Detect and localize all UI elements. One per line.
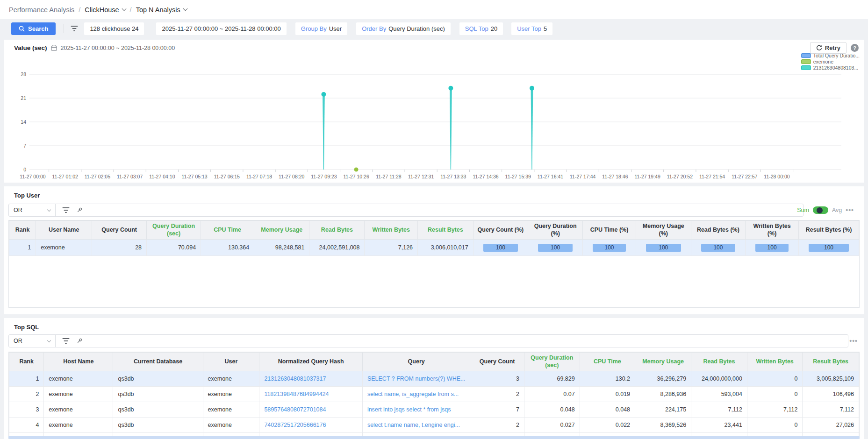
retry-button[interactable]: Retry [810,42,846,54]
top-sql-filter-toolbar: OR [8,334,848,347]
group-by-pill[interactable]: Group By User [295,22,347,35]
query-link[interactable]: select name, is_aggregate from s... [367,391,459,397]
search-button-label: Search [28,25,48,32]
table-cell: 1 [9,371,44,387]
pin-icon[interactable] [76,207,83,213]
table-cell: 0.019 [580,387,635,402]
data-point [448,86,453,91]
data-point [354,168,359,172]
table-cell: 36,296,279 [635,371,691,387]
cluster-filter-pill[interactable]: 128 clickhouse 24 [84,22,144,35]
table-cell: 100 [583,240,636,256]
operator-select[interactable]: OR [9,204,56,216]
table-cell: 2 [470,387,524,402]
table-cell: 0.022 [580,418,635,433]
top-user-title: Top User [14,192,40,199]
column-header: CPU Time [201,221,254,240]
svg-text:11-27 09:23: 11-27 09:23 [311,174,337,179]
value-chart-card: Value (sec) 2025-11-27 00:00:00 ~ 2025-1… [4,40,864,183]
svg-text:11-27 03:07: 11-27 03:07 [117,174,143,179]
more-options-icon[interactable]: ••• [846,206,854,214]
column-header: Result Bytes (%) [799,221,859,240]
user-top-pill[interactable]: User Top 5 [511,22,552,35]
table-cell: 7,112 [691,402,747,418]
spike-needle [450,88,452,170]
svg-text:11-27 01:02: 11-27 01:02 [52,174,78,179]
table-cell: exemone [44,418,113,433]
column-header: Memory Usage (%) [636,221,691,240]
operator-value: OR [14,338,22,344]
query-link[interactable]: SELECT ? FROM numbers(?) WHE... [367,375,466,382]
order-by-pill[interactable]: Order By Query Duration (sec) [356,22,451,35]
svg-text:11-27 14:36: 11-27 14:36 [473,174,498,179]
table-cell: 24,000,000,000 [691,371,747,387]
svg-text:11-27 11:28: 11-27 11:28 [376,174,402,179]
filter-icon[interactable] [62,338,70,344]
table-row[interactable]: 4exemoneqs3dbexemone7402872517205666176s… [9,418,859,433]
divider [64,24,64,33]
column-header: Current Database [113,353,203,371]
table-cell: 0.048 [524,402,580,418]
table-cell: 4 [9,418,44,433]
search-button[interactable]: Search [11,22,56,35]
chevron-down-icon [47,207,51,211]
filter-icon[interactable] [71,26,78,31]
table-row[interactable]: 2exemoneqs3dbexemone11821398487684994424… [9,387,859,402]
sql-top-pill[interactable]: SQL Top 20 [459,22,503,35]
query-hash-link[interactable]: 5895764808072701084 [264,406,326,413]
query-link[interactable]: insert into jsqs select * from jsqs [367,406,451,413]
query-hash-link[interactable]: 7402872517205666176 [264,422,326,428]
value-chart[interactable]: 0714212811-27 00:0011-27 01:0211-27 02:0… [4,58,864,183]
top-user-table: RankUser NameQuery CountQuery Duration (… [8,220,860,308]
breadcrumb-clickhouse-dropdown[interactable]: ClickHouse [85,6,125,14]
pin-icon[interactable] [76,338,83,344]
svg-text:11-27 15:39: 11-27 15:39 [505,174,531,179]
column-header: User Name [36,221,92,240]
breadcrumb-root: Performance Analysis [9,6,74,14]
svg-text:11-27 13:33: 11-27 13:33 [440,174,466,179]
table-row[interactable]: 1exemoneqs3dbexemone2131263048081037317S… [9,371,859,387]
column-header: Result Bytes [803,353,859,371]
table-cell: qs3db [113,402,203,418]
table-cell: select t.name name, t.engine engi... [362,418,470,433]
help-icon[interactable]: ? [851,44,859,52]
sum-label: Sum [797,207,809,213]
column-header: Host Name [44,353,113,371]
table-cell: exemone [44,371,113,387]
svg-text:0: 0 [23,167,26,172]
date-range-label: 2025-11-27 00:00:00 ~ 2025-11-28 00:00:0… [162,25,280,32]
operator-value: OR [14,207,22,213]
data-point [530,86,534,91]
chevron-down-icon [183,7,187,11]
breadcrumb-page-dropdown[interactable]: Top N Analysis [136,6,187,14]
svg-text:11-27 10:26: 11-27 10:26 [344,174,369,179]
order-by-value: Query Duration (sec) [388,25,445,32]
table-cell: SELECT ? FROM numbers(?) WHE... [362,371,470,387]
column-header: Query Duration (%) [528,221,583,240]
user-top-label: User Top [517,25,541,32]
sum-avg-toggle[interactable] [813,206,828,214]
table-row[interactable]: 3exemoneqs3dbexemone5895764808072701084i… [9,402,859,418]
table-cell: 100 [636,240,691,256]
horizontal-scrollbar[interactable] [8,436,860,439]
table-cell: 100 [799,240,859,256]
table-cell: exemone [44,402,113,418]
table-row[interactable]: 1exemone2870.094130.36498,248,58124,002,… [9,240,859,256]
svg-text:11-27 19:49: 11-27 19:49 [634,174,660,179]
query-hash-link[interactable]: 11821398487684994424 [264,391,329,397]
cluster-filter-label: 128 clickhouse 24 [90,25,138,32]
top-user-filter-toolbar: OR [8,204,803,217]
more-options-icon[interactable]: ••• [849,337,858,345]
percent-bar: 100 [483,244,518,252]
date-range-pill[interactable]: 2025-11-27 00:00:00 ~ 2025-11-28 00:00:0… [156,22,286,35]
legend-item[interactable]: Total Query Duratio... [801,53,860,58]
column-header: Result Bytes [418,221,473,240]
query-link[interactable]: select t.name name, t.engine engi... [367,422,460,428]
operator-select[interactable]: OR [9,335,56,347]
filter-icon[interactable] [62,207,70,213]
sql-top-value: 20 [491,25,497,32]
table-cell: 8,286,936 [635,387,691,402]
svg-text:11-28 00:00: 11-28 00:00 [764,174,789,179]
query-hash-link[interactable]: 2131263048081037317 [264,375,326,382]
column-header: Query Duration (sec) [147,221,201,240]
